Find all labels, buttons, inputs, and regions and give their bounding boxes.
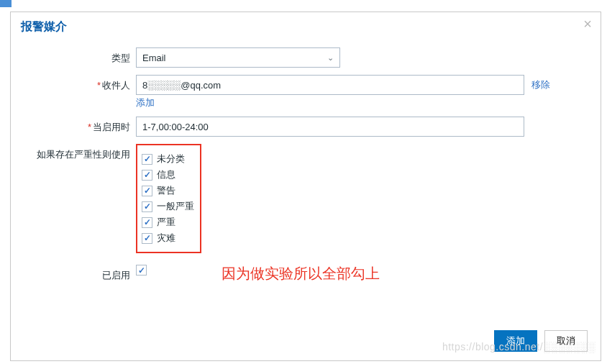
checkbox-info[interactable]: [142, 170, 152, 181]
checkbox-average[interactable]: [142, 201, 152, 212]
severity-item-info: 信息: [142, 168, 194, 181]
severity-label: 一般严重: [157, 200, 194, 213]
recipient-input[interactable]: [136, 75, 524, 95]
row-when-active: *当启用时: [21, 117, 590, 137]
cancel-button[interactable]: 取消: [544, 330, 588, 352]
severity-item-disaster: 灾难: [142, 232, 194, 245]
modal-footer: 添加 取消: [494, 330, 588, 352]
annotation-text: 因为做实验所以全部勾上: [222, 264, 380, 283]
row-recipient: *收件人 移除: [21, 75, 590, 95]
type-select[interactable]: Email ⌄: [136, 47, 340, 68]
label-type: 类型: [21, 47, 136, 65]
alert-media-modal: 报警媒介 × 类型 Email ⌄ *收件人 移除: [10, 12, 601, 361]
severity-label: 灾难: [157, 232, 175, 245]
close-icon[interactable]: ×: [583, 17, 592, 31]
required-marker: *: [88, 122, 91, 132]
label-enabled: 已启用: [21, 265, 136, 282]
checkbox-disaster[interactable]: [142, 233, 152, 244]
severity-highlight-box: 未分类 信息 警告 一般严重: [136, 144, 201, 253]
add-button[interactable]: 添加: [494, 330, 537, 352]
severity-item-warning: 警告: [142, 184, 194, 197]
severity-item-high: 严重: [142, 216, 194, 229]
severity-item-unclassified: 未分类: [142, 153, 194, 165]
background-tab-stub: [0, 0, 12, 7]
checkbox-enabled[interactable]: [136, 265, 147, 276]
type-select-value: Email: [142, 53, 166, 63]
severity-label: 未分类: [157, 153, 185, 165]
row-type: 类型 Email ⌄: [21, 47, 590, 68]
modal-header: 报警媒介 ×: [11, 12, 601, 40]
chevron-down-icon: ⌄: [327, 53, 334, 63]
checkbox-high[interactable]: [142, 217, 152, 228]
modal-title: 报警媒介: [21, 19, 590, 35]
required-marker: *: [97, 80, 101, 91]
row-add-recipient: 添加: [21, 96, 590, 109]
severity-label: 严重: [157, 216, 175, 229]
alert-media-form: 类型 Email ⌄ *收件人 移除 添加: [11, 40, 601, 282]
row-severity: 如果存在严重性则使用 未分类 信息 警告: [21, 144, 590, 253]
checkbox-unclassified[interactable]: [142, 154, 152, 165]
severity-item-average: 一般严重: [142, 200, 194, 213]
label-severity: 如果存在严重性则使用: [21, 144, 136, 161]
severity-label: 信息: [157, 168, 175, 181]
add-recipient-link[interactable]: 添加: [136, 96, 155, 109]
label-when-active: *当启用时: [21, 117, 136, 134]
severity-label: 警告: [157, 184, 175, 197]
remove-recipient-link[interactable]: 移除: [531, 78, 550, 91]
checkbox-warning[interactable]: [142, 186, 152, 196]
when-active-input[interactable]: [136, 117, 524, 137]
label-recipient: *收件人: [21, 75, 136, 92]
